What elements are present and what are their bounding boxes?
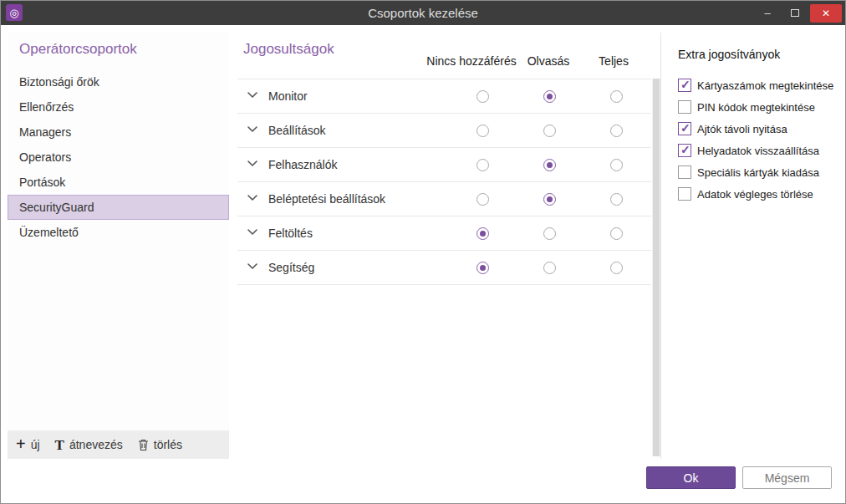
chevron-down-icon[interactable] bbox=[247, 160, 257, 167]
radio-full[interactable] bbox=[610, 262, 623, 274]
checkbox-icon[interactable] bbox=[678, 187, 691, 201]
permission-row: Felhasználók bbox=[237, 148, 651, 182]
close-icon: ✕ bbox=[822, 8, 830, 19]
permission-row-label: Feltöltés bbox=[268, 227, 313, 240]
extra-permission-item[interactable]: Ajtók távoli nyitása bbox=[678, 118, 842, 140]
trash-icon bbox=[138, 439, 149, 451]
operator-groups-title: Operátorcsoportok bbox=[8, 33, 229, 69]
permissions-panel: Jogosultságok Nincs hozzáférés Olvasás T… bbox=[237, 33, 661, 459]
groups-management-window: ◎ Csoportok kezelése – ✕ Operátorcsoport… bbox=[0, 0, 846, 504]
permission-row-label: Segítség bbox=[268, 261, 314, 274]
group-list-item[interactable]: SecurityGuard bbox=[8, 195, 229, 220]
permission-column-header: Olvasás bbox=[527, 54, 570, 68]
window-title: Csoportok kezelése bbox=[1, 1, 845, 25]
permission-row-label: Monitor bbox=[268, 89, 308, 103]
radio-read[interactable] bbox=[543, 159, 556, 171]
checkbox-label: Ajtók távoli nyitása bbox=[697, 123, 787, 135]
window-controls: – ✕ bbox=[755, 1, 842, 25]
extra-permissions-panel: Extra jogosítványok Kártyaszámok megteki… bbox=[678, 33, 842, 205]
rename-group-label: átnevezés bbox=[69, 438, 123, 451]
group-list-item[interactable]: Portások bbox=[8, 170, 229, 195]
permission-row-label: Beléptetési beállítások bbox=[268, 192, 385, 206]
chevron-down-icon[interactable] bbox=[247, 92, 257, 99]
group-list-item[interactable]: Biztonsági őrök bbox=[8, 69, 229, 94]
delete-group-button[interactable]: törlés bbox=[138, 438, 182, 451]
extra-permissions-list: Kártyaszámok megtekintése PIN kódok megt… bbox=[678, 74, 842, 205]
permission-row: Beállítások bbox=[237, 114, 651, 148]
chevron-down-icon[interactable] bbox=[247, 126, 257, 133]
extra-permission-item[interactable]: Helyadatok visszaállítása bbox=[678, 140, 842, 161]
operator-groups-panel: Operátorcsoportok Biztonsági őrök Ellenő… bbox=[8, 33, 229, 459]
permissions-table: Monitor Beállítások Felhasználók bbox=[237, 79, 651, 285]
group-list-item[interactable]: Üzemeltető bbox=[8, 220, 229, 245]
extra-permission-item[interactable]: Kártyaszámok megtekintése bbox=[678, 74, 842, 96]
group-list-item[interactable]: Managers bbox=[8, 120, 229, 145]
radio-no-access[interactable] bbox=[477, 193, 489, 206]
radio-read[interactable] bbox=[543, 262, 556, 274]
rename-group-button[interactable]: T átnevezés bbox=[55, 438, 123, 452]
chevron-down-icon[interactable] bbox=[247, 195, 257, 201]
vertical-scrollbar[interactable] bbox=[652, 79, 660, 456]
maximize-button[interactable] bbox=[782, 4, 808, 23]
checkbox-icon[interactable] bbox=[678, 144, 691, 157]
checkbox-label: Kártyaszámok megtekintése bbox=[697, 79, 833, 92]
extra-permission-item[interactable]: Adatok végleges törlése bbox=[678, 183, 842, 205]
group-toolbar: + új T átnevezés törlés bbox=[8, 430, 229, 459]
plus-icon: + bbox=[16, 435, 26, 452]
permission-row: Segítség bbox=[237, 251, 651, 285]
radio-read[interactable] bbox=[543, 125, 556, 137]
radio-no-access[interactable] bbox=[477, 90, 489, 103]
delete-group-label: törlés bbox=[154, 438, 182, 451]
minimize-icon: – bbox=[764, 7, 770, 19]
titlebar: ◎ Csoportok kezelése – ✕ bbox=[1, 1, 845, 25]
checkbox-label: Helyadatok visszaállítása bbox=[697, 145, 819, 157]
radio-full[interactable] bbox=[610, 193, 623, 206]
extra-permission-item[interactable]: PIN kódok megtekintése bbox=[678, 96, 842, 118]
permission-row-label: Felhasználók bbox=[268, 158, 338, 171]
chevron-down-icon[interactable] bbox=[247, 229, 257, 236]
operator-groups-list: Biztonsági őrök Ellenőrzés Managers Oper… bbox=[8, 69, 229, 245]
checkbox-icon[interactable] bbox=[678, 79, 691, 92]
permission-row: Beléptetési beállítások bbox=[237, 182, 651, 216]
new-group-button[interactable]: + új bbox=[16, 437, 40, 452]
permission-row-label: Beállítások bbox=[268, 124, 325, 137]
scrollbar-thumb[interactable] bbox=[653, 79, 660, 456]
group-list-item[interactable]: Operators bbox=[8, 145, 229, 170]
radio-full[interactable] bbox=[610, 125, 623, 137]
checkbox-label: Speciális kártyák kiadása bbox=[697, 166, 819, 179]
checkbox-label: PIN kódok megtekintése bbox=[697, 101, 815, 114]
chevron-down-icon[interactable] bbox=[247, 263, 257, 270]
radio-read[interactable] bbox=[543, 90, 556, 103]
extra-permissions-title: Extra jogosítványok bbox=[678, 33, 842, 74]
minimize-button[interactable]: – bbox=[755, 4, 780, 23]
extra-permission-item[interactable]: Speciális kártyák kiadása bbox=[678, 161, 842, 183]
radio-full[interactable] bbox=[610, 227, 623, 240]
checkbox-icon[interactable] bbox=[678, 165, 691, 179]
radio-no-access[interactable] bbox=[477, 262, 489, 274]
ok-button[interactable]: Ok bbox=[646, 466, 736, 489]
checkbox-icon[interactable] bbox=[678, 122, 691, 135]
checkbox-label: Adatok végleges törlése bbox=[697, 188, 813, 201]
radio-full[interactable] bbox=[610, 159, 623, 171]
permissions-title: Jogosultságok bbox=[243, 41, 334, 58]
maximize-icon bbox=[791, 9, 799, 17]
permission-column-header: Teljes bbox=[599, 54, 629, 68]
permission-row: Monitor bbox=[237, 79, 651, 114]
radio-no-access[interactable] bbox=[477, 125, 489, 137]
close-button[interactable]: ✕ bbox=[810, 4, 842, 23]
radio-read[interactable] bbox=[543, 193, 556, 206]
checkbox-icon[interactable] bbox=[678, 100, 691, 114]
group-list-item[interactable]: Ellenőrzés bbox=[8, 94, 229, 120]
rename-icon: T bbox=[55, 438, 64, 452]
cancel-button[interactable]: Mégsem bbox=[742, 466, 832, 489]
radio-no-access[interactable] bbox=[477, 159, 489, 171]
radio-no-access[interactable] bbox=[477, 227, 489, 240]
radio-full[interactable] bbox=[610, 90, 623, 103]
permission-column-header: Nincs hozzáférés bbox=[426, 54, 516, 68]
new-group-label: új bbox=[31, 438, 40, 451]
radio-read[interactable] bbox=[543, 227, 556, 240]
permission-row: Feltöltés bbox=[237, 216, 651, 251]
